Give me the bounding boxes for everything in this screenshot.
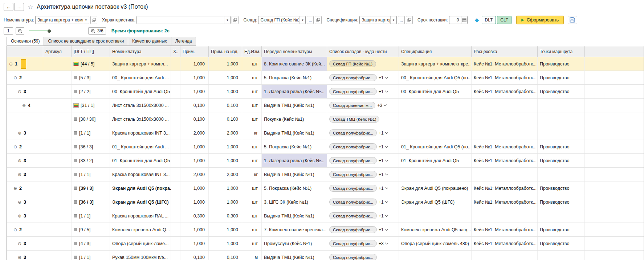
cell-specification[interactable]: Экран для Audi Q5 (ШГС) bbox=[399, 195, 472, 209]
cell-warehouses[interactable]: Склад полуфабрик...+1 bbox=[327, 71, 399, 84]
col-header-peredel[interactable]: Передел номенклатуры bbox=[262, 46, 327, 57]
favorite-star-icon[interactable]: ☆ bbox=[28, 3, 33, 11]
cell-specification[interactable] bbox=[399, 209, 472, 223]
cell-warehouses[interactable]: Склад полуфабрик...+1 bbox=[327, 195, 399, 209]
cell-tree[interactable]: ⊖3 bbox=[7, 85, 43, 98]
cell-prim[interactable]: 1,000 bbox=[180, 223, 209, 236]
cell-prim[interactable]: 1,000 bbox=[180, 237, 209, 250]
col-header-route-points[interactable]: Точки маршрута bbox=[538, 46, 585, 57]
diamond-button[interactable]: ◆ bbox=[472, 16, 482, 24]
cell-articul[interactable] bbox=[43, 112, 72, 126]
col-header-prim[interactable]: Прим. bbox=[180, 46, 209, 57]
cell-x[interactable] bbox=[171, 181, 180, 195]
cell-prim-izd[interactable]: 0,100 bbox=[209, 112, 242, 126]
warehouse-tag[interactable]: Склад полуфабрик... bbox=[329, 157, 377, 164]
cell-warehouses[interactable]: Склад полуфабрик...+3 bbox=[327, 237, 399, 250]
table-row[interactable]: ⊖4[31 / 1]Лист сталь 3х1500х3000 ...0,10… bbox=[7, 99, 644, 112]
cell-prim-izd[interactable]: 2,000 bbox=[209, 168, 242, 181]
cell-specification[interactable] bbox=[399, 251, 472, 260]
cell-prim[interactable]: 1,000 bbox=[180, 181, 209, 195]
cell-prim[interactable]: 2,000 bbox=[180, 168, 209, 181]
chevron-down-icon[interactable] bbox=[385, 241, 388, 244]
cell-dlt-pc[interactable]: [36 / 3] bbox=[72, 195, 110, 209]
cell-prim-izd[interactable]: 1,000 bbox=[209, 57, 242, 71]
cell-nomenclature[interactable]: Краска порошковая INT 3... bbox=[110, 126, 171, 140]
cell-prim-izd[interactable]: 2,000 bbox=[209, 126, 242, 140]
cell-x[interactable] bbox=[171, 99, 180, 112]
col-header-x[interactable]: Х.. bbox=[171, 46, 180, 57]
characteristic-input[interactable]: ▾ bbox=[136, 16, 231, 24]
cell-rascehovka[interactable] bbox=[472, 112, 538, 126]
dlt-button[interactable]: DLT bbox=[482, 16, 496, 24]
cell-tree[interactable] bbox=[7, 112, 43, 126]
col-header-specification[interactable]: Спецификация bbox=[399, 46, 472, 57]
expand-icon[interactable]: ⊕ bbox=[18, 213, 23, 219]
cell-articul[interactable] bbox=[43, 140, 72, 153]
cell-nomenclature[interactable]: Экран для Audi Q5 (покра... bbox=[110, 181, 171, 195]
cell-peredel[interactable]: 5. Покраска (Кейс №1) bbox=[262, 140, 327, 153]
cell-prim-izd[interactable]: 1,000 bbox=[209, 195, 242, 209]
cell-rascehovka[interactable]: Кейс №1: Металлообработк... bbox=[472, 85, 538, 98]
save-button[interactable] bbox=[568, 16, 577, 24]
table-row[interactable]: ⊕3[1 / 1]Рукав 150мм 100мкм п/э...0,1000… bbox=[7, 251, 644, 260]
cell-tree[interactable]: ⊖2 bbox=[7, 181, 43, 195]
tab-main[interactable]: Основная (59) bbox=[7, 37, 44, 46]
specification-input[interactable]: Защита картера ▾ bbox=[359, 16, 397, 24]
warehouse-tag[interactable]: Склад полуфабрик... bbox=[329, 143, 377, 150]
cell-warehouses[interactable]: Склад полуфабрик...+1 bbox=[327, 140, 399, 153]
cell-nomenclature[interactable]: 00_Кронштейн для Audi Q5 bbox=[110, 85, 171, 98]
cell-dlt-pc[interactable]: [1 / 1] bbox=[72, 126, 110, 140]
col-header-warehouses[interactable]: Список складов - куда нести bbox=[327, 46, 399, 57]
chevron-down-icon[interactable] bbox=[385, 76, 388, 79]
table-row[interactable]: ⊖1[44 / 5]Защита картера + компл...1,000… bbox=[7, 57, 644, 71]
col-header-unit[interactable]: Ед.Изм. bbox=[242, 46, 262, 57]
cell-dlt-pc[interactable]: [9 / 5] bbox=[72, 223, 110, 236]
table-row[interactable]: ⊖3[4 / 3]Опора (серый цинк-ламе...1,0001… bbox=[7, 237, 644, 251]
tab-data-quality[interactable]: Качество данных bbox=[128, 37, 171, 46]
chevron-down-icon[interactable] bbox=[385, 228, 388, 231]
cell-warehouses[interactable]: Склад полуфабрик...+1 bbox=[327, 85, 399, 98]
cell-tree[interactable]: ⊖1 bbox=[7, 57, 43, 71]
collapse-icon[interactable]: ⊖ bbox=[13, 227, 19, 232]
cell-specification[interactable]: 01_Кронштейн для Audi Q5 bbox=[399, 154, 472, 167]
col-header-tree[interactable] bbox=[7, 46, 43, 57]
cell-prim[interactable]: 1,000 bbox=[180, 57, 209, 71]
cell-route-points[interactable] bbox=[538, 168, 585, 181]
cell-x[interactable] bbox=[171, 112, 180, 126]
cell-prim-izd[interactable]: 0,100 bbox=[209, 99, 242, 112]
cell-dlt-pc[interactable]: [5 / 3] bbox=[72, 71, 110, 84]
cell-rascehovka[interactable] bbox=[472, 168, 538, 181]
cell-warehouses[interactable]: Склад полуфабрик...+1 bbox=[327, 168, 399, 181]
cell-specification[interactable]: Опора (серый цинк-ламель 480) bbox=[399, 237, 472, 250]
chevron-down-icon[interactable] bbox=[385, 200, 388, 203]
warehouse-open-button[interactable] bbox=[315, 16, 322, 24]
col-header-rascehovka[interactable]: Расцеховка bbox=[472, 46, 538, 57]
cell-prim[interactable]: 1,000 bbox=[180, 154, 209, 167]
cell-prim-izd[interactable]: 1,000 bbox=[209, 181, 242, 195]
cell-unit[interactable]: шт bbox=[242, 154, 262, 167]
collapse-icon[interactable]: ⊖ bbox=[13, 144, 19, 149]
table-row[interactable]: [30 / 30]Лист сталь 3х1500х3000 ...0,100… bbox=[7, 112, 644, 126]
cell-route-points[interactable]: Производство bbox=[538, 71, 585, 84]
back-button[interactable]: ← bbox=[4, 3, 13, 11]
cell-warehouses[interactable]: Склад полуфабрик...+1 bbox=[327, 181, 399, 195]
warehouse-tag[interactable]: Склад полуфабрик... bbox=[329, 212, 377, 219]
cell-warehouses[interactable]: Склад полуфабрик...+1 bbox=[327, 154, 399, 167]
cell-rascehovka[interactable]: Кейс №1: Металлообработк... bbox=[472, 57, 538, 71]
cell-tree[interactable]: ⊖2 bbox=[7, 140, 43, 153]
cell-peredel[interactable]: 7. Комплектование крепежа... bbox=[262, 223, 327, 236]
cell-rascehovka[interactable]: Кейс №1: Металлообработк... bbox=[472, 181, 538, 195]
cell-tree[interactable]: ⊖3 bbox=[7, 237, 43, 250]
cell-peredel[interactable]: Выдача ТМЦ (Кейс №1) bbox=[262, 209, 327, 223]
warehouse-tag[interactable]: Склад хранения м... bbox=[329, 102, 375, 109]
cell-nomenclature[interactable]: Лист сталь 3х1500х3000 ... bbox=[110, 99, 171, 112]
expand-icon[interactable]: ⊕ bbox=[18, 255, 23, 260]
cell-route-points[interactable]: Производство bbox=[538, 85, 585, 98]
col-header-dlt-pc[interactable]: [DLT / ПЦ] bbox=[72, 46, 110, 57]
cell-unit[interactable]: м bbox=[242, 251, 262, 260]
cell-specification[interactable] bbox=[399, 168, 472, 181]
table-row[interactable]: ⊕3[1 / 1]Краска порошковая RAL ...0,3000… bbox=[7, 209, 644, 223]
cell-dlt-pc[interactable]: [44 / 5] bbox=[72, 57, 110, 71]
warehouse-tag[interactable]: Склад полуфабрик... bbox=[329, 199, 377, 205]
collapse-icon[interactable]: ⊖ bbox=[13, 186, 19, 191]
